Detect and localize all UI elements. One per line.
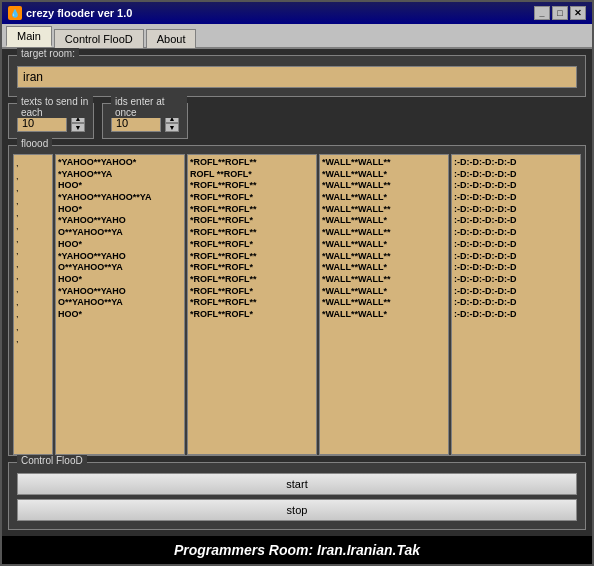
list-item: , [16,220,50,233]
list-item: , [16,258,50,271]
minimize-button[interactable]: _ [534,6,550,20]
tab-main[interactable]: Main [6,26,52,47]
flood-text-item: *ROFL**ROFL** [190,274,314,286]
flood-text-item: :-D:-D:-D:-D:-D [454,251,578,263]
restore-button[interactable]: □ [552,6,568,20]
start-button[interactable]: start [17,473,577,495]
flood-text-item: :-D:-D:-D:-D:-D [454,309,578,321]
ids-legend: ids enter at once [111,96,187,118]
list-item: , [16,207,50,220]
flood-group: floood , , , , , , , , , , , , , , [8,145,586,456]
flood-text-item: O**YAHOO**YA [58,227,182,239]
flood-text-item: *ROFL**ROFL** [190,251,314,263]
flood-text-item: HOO* [58,180,182,192]
flood-smiley-col[interactable]: :-D:-D:-D:-D:-D :-D:-D:-D:-D:-D :-D:-D:-… [451,154,581,455]
flood-text-item: *WALL**WALL** [322,227,446,239]
title-bar: 💧 crezy flooder ver 1.0 _ □ ✕ [2,2,592,24]
flood-text-item: :-D:-D:-D:-D:-D [454,180,578,192]
flood-text-item: *ROFL**ROFL** [190,227,314,239]
flood-text-item: *ROFL**ROFL** [190,297,314,309]
control-flood-legend: Control FlooD [17,455,87,466]
list-item: , [16,233,50,246]
app-icon: 💧 [8,6,22,20]
control-flood-group: Control FlooD start stop [8,462,586,530]
flood-content: , , , , , , , , , , , , , , , [13,154,581,455]
flood-text-item: *ROFL**ROFL* [190,262,314,274]
flood-text-item: *ROFL**ROFL* [190,309,314,321]
flood-text-item: :-D:-D:-D:-D:-D [454,274,578,286]
main-panel: target room: texts to send in each ▲ ▼ i… [2,49,592,536]
flood-text-item: *YAHOO**YAHOO**YA [58,192,182,204]
flood-text-item: *WALL**WALL** [322,297,446,309]
list-item: , [16,245,50,258]
footer-text: Programmers Room: Iran.Iranian.Tak [174,542,420,558]
title-buttons: _ □ ✕ [534,6,586,20]
tab-control-flood[interactable]: Control FlooD [54,29,144,48]
flood-text-item: *ROFL**ROFL* [190,239,314,251]
flood-text-item: HOO* [58,274,182,286]
flood-rofl-col[interactable]: *ROFL**ROFL** ROFL **ROFL* *ROFL**ROFL**… [187,154,317,455]
flood-text-item: *WALL**WALL** [322,180,446,192]
texts-down-button[interactable]: ▼ [71,123,85,132]
flood-text-item: *WALL**WALL* [322,192,446,204]
list-item: , [16,170,50,183]
flood-text-item: :-D:-D:-D:-D:-D [454,297,578,309]
control-buttons: start stop [17,473,577,521]
ids-setting-group: ids enter at once ▲ ▼ [102,103,188,139]
list-item: , [16,321,50,334]
close-button[interactable]: ✕ [570,6,586,20]
tab-about[interactable]: About [146,29,197,48]
stop-button[interactable]: stop [17,499,577,521]
flood-text-item: *WALL**WALL** [322,251,446,263]
flood-text-item: *ROFL**ROFL** [190,157,314,169]
flood-text-item: O**YAHOO**YA [58,262,182,274]
flood-text-item: *ROFL**ROFL** [190,180,314,192]
flood-text-item: *WALL**WALL* [322,215,446,227]
list-item: , [16,157,50,170]
list-item: , [16,308,50,321]
flood-text-item: HOO* [58,309,182,321]
flood-text-item: :-D:-D:-D:-D:-D [454,227,578,239]
flood-text-item: *WALL**WALL** [322,157,446,169]
flood-text-item: *ROFL**ROFL* [190,286,314,298]
flood-wall-col[interactable]: *WALL**WALL** *WALL**WALL* *WALL**WALL**… [319,154,449,455]
flood-yahoo-col[interactable]: *YAHOO**YAHOO* *YAHOO**YA HOO* *YAHOO**Y… [55,154,185,455]
target-room-input[interactable] [17,66,577,88]
flood-text-item: HOO* [58,239,182,251]
flood-text-item: :-D:-D:-D:-D:-D [454,215,578,227]
footer: Programmers Room: Iran.Iranian.Tak [2,536,592,564]
flood-text-item: *YAHOO**YA [58,169,182,181]
texts-legend: texts to send in each [17,96,93,118]
window-title: crezy flooder ver 1.0 [26,7,132,19]
flood-text-item: *YAHOO**YAHO [58,286,182,298]
flood-list-col[interactable]: , , , , , , , , , , , , , , , [13,154,53,455]
flood-text-item: :-D:-D:-D:-D:-D [454,286,578,298]
flood-text-item: *ROFL**ROFL* [190,215,314,227]
list-item: , [16,296,50,309]
list-item: , [16,283,50,296]
flood-text-item: *ROFL**ROFL** [190,204,314,216]
flood-text-item: *ROFL**ROFL* [190,192,314,204]
flood-text-item: HOO* [58,204,182,216]
flood-text-item: :-D:-D:-D:-D:-D [454,157,578,169]
flood-text-item: :-D:-D:-D:-D:-D [454,169,578,181]
list-item: , [16,195,50,208]
list-item: , [16,270,50,283]
flood-text-item: *WALL**WALL** [322,274,446,286]
texts-setting-group: texts to send in each ▲ ▼ [8,103,94,139]
title-bar-left: 💧 crezy flooder ver 1.0 [8,6,132,20]
flood-text-item: *WALL**WALL* [322,309,446,321]
flood-text-item: *WALL**WALL* [322,262,446,274]
target-room-legend: target room: [17,48,79,59]
list-item: , [16,333,50,346]
flood-text-item: :-D:-D:-D:-D:-D [454,239,578,251]
flood-legend: floood [17,138,52,149]
ids-down-button[interactable]: ▼ [165,123,179,132]
flood-text-item: O**YAHOO**YA [58,297,182,309]
flood-text-item: ROFL **ROFL* [190,169,314,181]
flood-text-item: *YAHOO**YAHO [58,215,182,227]
main-window: 💧 crezy flooder ver 1.0 _ □ ✕ Main Contr… [0,0,594,566]
flood-text-item: *WALL**WALL** [322,204,446,216]
flood-text-item: *WALL**WALL* [322,239,446,251]
flood-text-item: :-D:-D:-D:-D:-D [454,262,578,274]
